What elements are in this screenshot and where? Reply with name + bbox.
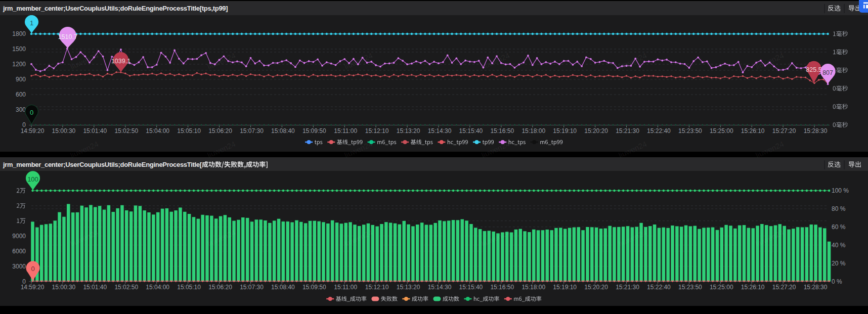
svg-text:1200: 1200 [12, 61, 26, 68]
svg-text:15:26:10: 15:26:10 [741, 127, 765, 134]
svg-text:100 %: 100 % [832, 187, 849, 194]
svg-text:807: 807 [822, 69, 833, 76]
svg-text:15:08:40: 15:08:40 [271, 284, 295, 291]
svg-text:15:25:00: 15:25:00 [710, 127, 733, 134]
svg-text:15:19:10: 15:19:10 [553, 284, 577, 291]
svg-text:15:26:10: 15:26:10 [741, 284, 765, 291]
svg-text:15:01:40: 15:01:40 [83, 284, 107, 291]
svg-text:15:15:40: 15:15:40 [459, 284, 483, 291]
svg-text:600: 600 [16, 91, 26, 98]
svg-text:15:20:20: 15:20:20 [584, 127, 608, 134]
svg-text:15:20:20: 15:20:20 [584, 284, 608, 291]
svg-text:15:00:30: 15:00:30 [52, 284, 76, 291]
svg-text:15:09:50: 15:09:50 [302, 284, 326, 291]
svg-text:15:11:00: 15:11:00 [334, 284, 357, 291]
svg-text:15:01:40: 15:01:40 [83, 127, 107, 134]
svg-text:1500: 1500 [12, 46, 26, 53]
svg-text:1510.7: 1510.7 [58, 33, 77, 40]
svg-text:15:06:20: 15:06:20 [208, 284, 232, 291]
svg-text:15:02:50: 15:02:50 [114, 284, 138, 291]
svg-text:300: 300 [16, 106, 26, 113]
svg-text:15:22:40: 15:22:40 [647, 284, 671, 291]
svg-text:15:08:40: 15:08:40 [271, 127, 295, 134]
svg-text:15:22:40: 15:22:40 [647, 127, 671, 134]
svg-text:15:13:20: 15:13:20 [397, 284, 420, 291]
svg-text:15:18:00: 15:18:00 [522, 127, 545, 134]
svg-text:jrm_member_center;UserCouplusU: jrm_member_center;UserCouplusUtils;doRul… [3, 161, 202, 168]
svg-text:80 %: 80 % [832, 205, 846, 212]
svg-text:15:07:30: 15:07:30 [240, 127, 264, 134]
svg-text:15:00:30: 15:00:30 [52, 127, 76, 134]
svg-text:15:28:30: 15:28:30 [804, 127, 828, 134]
svg-text:15:23:50: 15:23:50 [678, 127, 702, 134]
svg-text:15:12:10: 15:12:10 [365, 284, 389, 291]
svg-text:15:18:00: 15:18:00 [522, 284, 545, 291]
svg-text:20 %: 20 % [832, 260, 846, 267]
svg-text:1800: 1800 [12, 30, 26, 37]
svg-text:15:21:30: 15:21:30 [616, 284, 639, 291]
svg-text:15:16:50: 15:16:50 [490, 284, 514, 291]
svg-text:15:27:20: 15:27:20 [772, 127, 796, 134]
svg-text:15:25:00: 15:25:00 [710, 284, 733, 291]
svg-text:15:14:30: 15:14:30 [428, 127, 452, 134]
svg-text:14:59:20: 14:59:20 [21, 284, 45, 291]
svg-text:15:05:10: 15:05:10 [177, 284, 201, 291]
svg-text:15:04:00: 15:04:00 [146, 127, 169, 134]
svg-text:825.5: 825.5 [806, 66, 821, 73]
svg-text:15:02:50: 15:02:50 [114, 127, 138, 134]
svg-text:15:11:00: 15:11:00 [334, 127, 357, 134]
svg-text:6000: 6000 [12, 248, 26, 255]
svg-text:15:13:20: 15:13:20 [397, 127, 420, 134]
svg-text:900: 900 [16, 76, 26, 83]
svg-text:0: 0 [31, 265, 34, 273]
svg-text:100: 100 [27, 175, 38, 183]
svg-text:jrm_member_center;UserCouplusU: jrm_member_center;UserCouplusUtils;doRul… [3, 5, 228, 12]
svg-text:60 %: 60 % [832, 223, 846, 231]
svg-text:9000: 9000 [12, 233, 26, 240]
svg-text:15:04:00: 15:04:00 [146, 284, 169, 291]
svg-text:15:15:40: 15:15:40 [459, 127, 483, 134]
svg-text:15:05:10: 15:05:10 [177, 127, 201, 134]
svg-text:15:12:10: 15:12:10 [365, 127, 389, 134]
svg-text:15:07:30: 15:07:30 [240, 284, 264, 291]
svg-text:3000: 3000 [12, 263, 26, 270]
svg-text:14:59:20: 14:59:20 [21, 127, 45, 134]
svg-text:0: 0 [30, 109, 33, 116]
svg-text:15:19:10: 15:19:10 [553, 127, 577, 134]
svg-text:15:06:20: 15:06:20 [208, 127, 232, 134]
svg-text:15:27:20: 15:27:20 [772, 284, 796, 291]
svg-text:15:28:30: 15:28:30 [804, 284, 828, 291]
svg-text:15:23:50: 15:23:50 [678, 284, 702, 291]
svg-text:15:16:50: 15:16:50 [490, 127, 514, 134]
svg-text:1: 1 [30, 19, 33, 27]
svg-text:0 %: 0 % [832, 278, 842, 285]
svg-text:15:09:50: 15:09:50 [302, 127, 326, 134]
svg-text:40 %: 40 % [832, 242, 846, 249]
svg-text:1039.1: 1039.1 [111, 58, 131, 65]
svg-text:15:14:30: 15:14:30 [428, 284, 452, 291]
svg-text:15:21:30: 15:21:30 [616, 127, 639, 134]
